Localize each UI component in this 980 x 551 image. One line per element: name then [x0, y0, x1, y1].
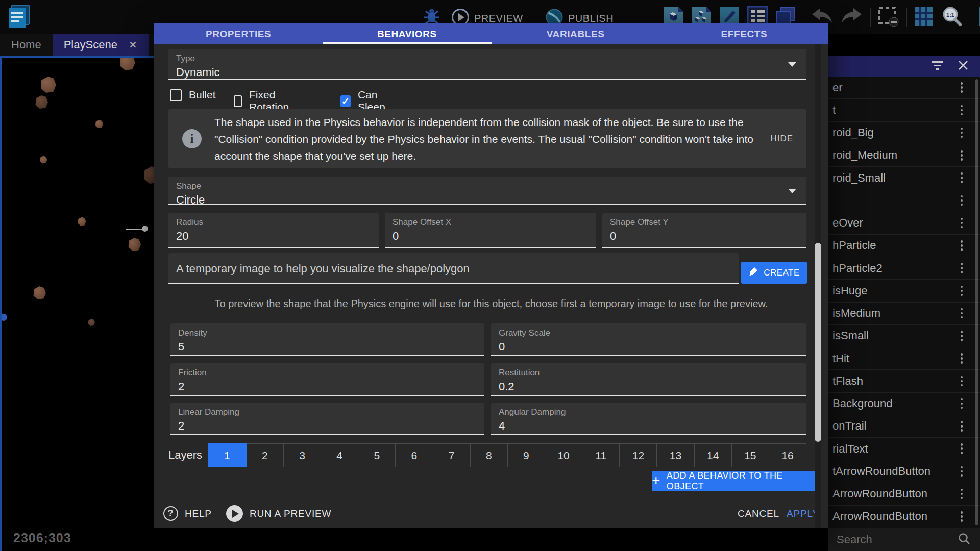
asteroid-sprite[interactable]: [40, 77, 56, 93]
layer-button-6[interactable]: 6: [395, 444, 432, 467]
panel-scrollbar[interactable]: [975, 79, 978, 525]
layer-button-3[interactable]: 3: [283, 444, 321, 467]
field-restitution[interactable]: Restitution0.2: [491, 363, 806, 396]
layer-button-5[interactable]: 5: [358, 444, 395, 467]
object-row[interactable]: isMedium: [828, 303, 980, 325]
object-row[interactable]: hParticle: [828, 235, 980, 257]
dialog-tab-effects[interactable]: EFFECTS: [660, 23, 828, 44]
field-shape-offset-y[interactable]: Shape Offset Y0: [602, 213, 806, 248]
field-gravity-scale[interactable]: Gravity Scale0: [491, 323, 806, 356]
temp-image-field[interactable]: A temporary image to help you visualize …: [168, 253, 739, 284]
object-row[interactable]: hParticle2: [828, 257, 980, 280]
dialog-tab-properties[interactable]: PROPERTIES: [154, 23, 323, 44]
object-row[interactable]: roid_Small: [828, 167, 980, 189]
object-row[interactable]: Background: [828, 393, 980, 415]
checkbox-checked-icon[interactable]: ✓: [340, 95, 351, 107]
layer-button-7[interactable]: 7: [433, 444, 470, 467]
more-options-icon[interactable]: [961, 376, 963, 387]
more-options-icon[interactable]: [961, 421, 963, 432]
layer-button-16[interactable]: 16: [769, 444, 806, 467]
layer-button-15[interactable]: 15: [731, 444, 769, 467]
field-angular-damping[interactable]: Angular Damping4: [491, 403, 806, 435]
object-row[interactable]: tHit: [828, 347, 980, 370]
layer-button-10[interactable]: 10: [545, 444, 582, 467]
more-options-icon[interactable]: [961, 240, 963, 251]
more-options-icon[interactable]: [961, 398, 963, 409]
more-options-icon[interactable]: [961, 286, 963, 296]
asteroid-sprite[interactable]: [40, 156, 47, 164]
tab-home[interactable]: Home: [0, 34, 53, 56]
dialog-tab-variables[interactable]: VARIABLES: [492, 23, 660, 44]
zoom-original-icon[interactable]: 1:1: [941, 5, 963, 30]
dialog-scrollbar-thumb[interactable]: [815, 243, 821, 442]
gizmo-handle[interactable]: [142, 226, 148, 232]
close-icon[interactable]: [958, 60, 969, 73]
field-linear-damping[interactable]: Linear Damping2: [170, 403, 484, 435]
add-behavior-button[interactable]: + ADD A BEHAVIOR TO THE OBJECT: [652, 471, 821, 491]
hide-button[interactable]: HIDE: [770, 134, 793, 144]
close-tab-icon[interactable]: ✕: [129, 39, 137, 51]
filter-icon[interactable]: [931, 60, 944, 73]
object-row[interactable]: t: [828, 99, 980, 121]
asteroid-sprite[interactable]: [128, 238, 141, 251]
project-settings-icon[interactable]: [977, 6, 980, 29]
layer-button-2[interactable]: 2: [246, 444, 283, 467]
layer-button-1[interactable]: 1: [208, 443, 247, 467]
checkbox-unchecked-icon[interactable]: [234, 95, 242, 107]
object-row[interactable]: roid_Medium: [828, 144, 980, 167]
field-friction[interactable]: Friction2: [170, 363, 484, 396]
layer-button-11[interactable]: 11: [582, 444, 619, 467]
more-options-icon[interactable]: [961, 308, 963, 319]
object-search-bar[interactable]: Search: [828, 528, 980, 551]
more-options-icon[interactable]: [961, 353, 963, 364]
shape-dropdown[interactable]: Shape Circle: [168, 177, 806, 205]
project-manager-icon[interactable]: [7, 4, 31, 31]
asteroid-sprite[interactable]: [78, 217, 86, 226]
object-row[interactable]: er: [828, 77, 980, 99]
asteroid-sprite[interactable]: [95, 120, 103, 128]
asteroid-sprite[interactable]: [33, 286, 46, 299]
object-row[interactable]: rialText: [828, 438, 980, 460]
object-row[interactable]: isSmall: [828, 325, 980, 347]
object-row[interactable]: [828, 189, 980, 212]
layer-button-14[interactable]: 14: [694, 444, 731, 467]
object-row[interactable]: tFlash: [828, 370, 980, 392]
asteroid-sprite[interactable]: [143, 166, 154, 184]
more-options-icon[interactable]: [961, 128, 963, 138]
checkbox-bullet[interactable]: Bullet: [170, 89, 216, 101]
cancel-button[interactable]: CANCEL: [738, 508, 779, 519]
more-options-icon[interactable]: [961, 466, 963, 477]
asteroid-sprite[interactable]: [119, 56, 135, 70]
layer-button-9[interactable]: 9: [507, 444, 545, 467]
more-options-icon[interactable]: [961, 218, 963, 229]
asteroid-sprite[interactable]: [35, 95, 48, 109]
help-button[interactable]: ? HELP: [163, 506, 212, 521]
dialog-tab-behaviors[interactable]: BEHAVIORS: [323, 23, 491, 44]
capture-region-icon[interactable]: [877, 6, 900, 29]
more-options-icon[interactable]: [961, 105, 963, 116]
object-row[interactable]: roid_Big: [828, 122, 980, 144]
more-options-icon[interactable]: [961, 195, 963, 206]
more-options-icon[interactable]: [961, 489, 963, 499]
scene-canvas[interactable]: [0, 56, 154, 551]
field-radius[interactable]: Radius20: [168, 213, 379, 248]
search-input[interactable]: Search: [828, 533, 958, 546]
more-options-icon[interactable]: [961, 511, 963, 522]
layer-button-13[interactable]: 13: [656, 444, 694, 467]
more-options-icon[interactable]: [961, 263, 963, 273]
more-options-icon[interactable]: [961, 443, 963, 454]
create-button[interactable]: CREATE: [741, 262, 807, 284]
object-row[interactable]: ArrowRoundButton: [828, 506, 980, 528]
more-options-icon[interactable]: [961, 82, 963, 93]
tab-playscene[interactable]: PlayScene ✕: [53, 34, 149, 56]
object-row[interactable]: isHuge: [828, 280, 980, 302]
grid-icon[interactable]: [914, 6, 934, 29]
object-row[interactable]: eOver: [828, 212, 980, 235]
layer-button-4[interactable]: 4: [321, 444, 358, 467]
checkbox-unchecked-icon[interactable]: [170, 89, 182, 101]
layer-button-12[interactable]: 12: [619, 444, 656, 467]
object-row[interactable]: ArrowRoundButton: [828, 483, 980, 506]
more-options-icon[interactable]: [961, 331, 963, 341]
run-preview-button[interactable]: RUN A PREVIEW: [226, 505, 331, 522]
field-density[interactable]: Density5: [170, 323, 484, 356]
